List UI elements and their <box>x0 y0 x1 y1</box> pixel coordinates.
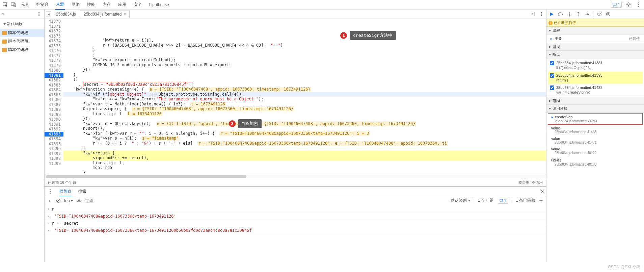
console-line[interactable]: ‹·'TSID=T10046047408&appid=16073360×tamp… <box>45 227 546 234</box>
file-item[interactable]: 脚本代码段 <box>0 29 44 37</box>
code-line[interactable]: Object.assign(e, { e = {TSID: 'T10046047… <box>63 106 546 112</box>
code-line[interactable]: "kw">var exports = createMethod(); <box>63 57 546 63</box>
bp-checkbox[interactable] <box>550 85 554 90</box>
breakpoint-item[interactable]: 25bd834.js:formatted:41393return { <box>548 72 643 84</box>
inspect-icon[interactable] <box>2 1 9 8</box>
nav-back-icon[interactable]: ◂ <box>46 11 51 17</box>
h-scrollbar[interactable] <box>45 174 546 179</box>
code-line[interactable]: md5: md5 <box>63 165 546 170</box>
issue-badge[interactable]: 1 <box>498 198 508 204</box>
stack-frame[interactable]: (匿名)25bd834.js:formatted:40183 <box>548 156 643 168</box>
more-icon[interactable] <box>538 11 545 18</box>
nav-fwd-icon[interactable]: ▸| <box>531 11 536 16</box>
file-item[interactable]: 脚本代码段 <box>0 46 44 54</box>
breakpoints-header[interactable]: 断点 <box>546 51 644 58</box>
step-icon[interactable] <box>584 11 590 18</box>
code-line[interactable]: ; <box>63 53 546 58</box>
bp-checkbox[interactable] <box>550 73 554 78</box>
svg-point-10 <box>578 15 579 16</box>
code-line[interactable]: "kw">return e = i[s], <box>63 38 546 43</box>
menu-icon[interactable] <box>47 188 53 195</box>
code-line[interactable]: } <box>63 146 546 151</box>
close-icon[interactable]: ✕ <box>541 189 544 194</box>
code-line[interactable]: "kw">throw "kw">new Error("The parameter… <box>63 97 546 102</box>
stack-frame[interactable]: value25bd834.js:formatted:41471 <box>548 135 643 146</box>
main-tab[interactable]: 安全 <box>133 0 142 9</box>
file-item[interactable]: 脚本代码段 <box>0 37 44 46</box>
code-line[interactable]: "kw">return { <box>63 151 546 156</box>
bp-checkbox[interactable] <box>550 61 554 65</box>
code-line[interactable]: "kw">var s = n[i]; s = "timestamp" <box>63 136 546 141</box>
threads-header[interactable]: 线程 <box>546 27 644 34</box>
code-line[interactable]: sign: md5(r += secret), <box>63 155 546 160</box>
main-tab[interactable]: 网络 <box>71 0 80 9</box>
new-snippet-button[interactable]: + 新代码段 <box>0 19 44 29</box>
code-line[interactable]: } <box>63 72 546 77</box>
code-line[interactable]: )) <box>63 77 546 82</box>
main-tab[interactable]: 应用 <box>117 0 127 9</box>
filter-input[interactable] <box>85 198 447 203</box>
messages-badge[interactable]: 1 <box>611 2 622 8</box>
menu-icon[interactable] <box>635 1 642 8</box>
code-line[interactable]: n.sort(); <box>63 126 546 131</box>
code-line[interactable]: timestamp: t, <box>63 160 546 166</box>
context-selector[interactable]: top ▾ <box>64 198 73 203</box>
step-out-icon[interactable] <box>575 11 582 18</box>
console-line[interactable]: ›r <box>45 206 546 213</box>
console-line[interactable]: ›r += secret <box>45 220 546 227</box>
tab-console[interactable]: 控制台 <box>59 187 72 196</box>
main-tab[interactable]: 内存 <box>102 0 111 9</box>
gear-icon[interactable] <box>539 198 543 203</box>
step-into-icon[interactable] <box>566 11 573 18</box>
tab-search[interactable]: 搜索 <box>78 187 87 196</box>
main-tab[interactable]: 元素 <box>20 0 30 9</box>
eye-icon[interactable] <box>76 199 82 202</box>
code-line[interactable]: r + (BASE64_ENCODE_CHAR[e >>> 2] + BASE6… <box>63 43 546 48</box>
console-line[interactable]: ‹·'TSID=T10046047408&appid=16073360×tamp… <box>45 213 546 220</box>
msg-count: 1 <box>618 2 620 7</box>
code-editor[interactable]: 4137041371413724137341374413754137641377… <box>45 19 546 174</box>
more-icon[interactable] <box>35 11 42 18</box>
main-tab[interactable]: 控制台 <box>36 0 49 9</box>
file-tab[interactable]: 25bd834.js <box>53 10 79 18</box>
expand-icon[interactable]: » <box>2 12 4 17</box>
gear-icon[interactable] <box>625 1 632 8</box>
svg-point-8 <box>559 15 560 16</box>
code-line[interactable]: "kw">if ("[object Object]" !== Object.pr… <box>63 92 546 97</box>
code-line[interactable]: "kw">function createSign(e) { e = {TSID:… <box>63 87 546 92</box>
clear-icon[interactable] <box>56 198 61 203</box>
main-tab[interactable]: Lighthouse <box>149 0 170 9</box>
step-over-icon[interactable] <box>557 11 564 18</box>
code-line[interactable]: }() <box>63 67 546 72</box>
code-line[interactable]: COMMON_JS ? module.exports = exports : r… <box>63 63 546 68</box>
main-tab[interactable]: 性能 <box>86 0 96 9</box>
code-line[interactable]: "kw">for ("kw">var r = "", i = 0; i < n.… <box>63 131 546 136</box>
code-line[interactable]: "kw">var n = Object.keys(e); n = (3) ['T… <box>63 121 546 126</box>
stack-frame[interactable]: value25bd834.js:formatted:41438 <box>548 125 643 135</box>
code-line[interactable]: timestamp: t t = 1673491126 <box>63 112 546 117</box>
debugger-pane: i已在断点暂停 线程 ▸主要已暂停 监视 断点 25bd834.js:forma… <box>546 9 644 262</box>
breakpoint-item[interactable]: 25bd834.js:formatted:41438var r = create… <box>548 84 643 96</box>
breakpoint-item[interactable]: 25bd834.js:formatted:41381if ("[object O… <box>548 59 643 72</box>
device-icon[interactable] <box>10 1 17 8</box>
sidebar-toggle-icon[interactable]: ▸ <box>47 198 53 203</box>
code-line[interactable]: } <box>63 48 546 53</box>
hidden-count[interactable]: 1 条已隐藏 <box>516 198 535 203</box>
callstack-header[interactable]: 调用堆栈 <box>546 105 644 113</box>
pause-exception-icon[interactable] <box>605 11 612 18</box>
level-selector[interactable]: 默认级别 ▾ <box>451 198 470 203</box>
code-line[interactable]: }); <box>63 116 546 121</box>
code-line[interactable]: "kw">var t = Math.floor(Date.now() / 1e3… <box>63 102 546 107</box>
thread-main[interactable]: ▸主要已暂停 <box>548 35 643 42</box>
main-tab[interactable]: 来源 <box>55 0 65 10</box>
resume-icon[interactable] <box>548 11 555 18</box>
stack-frame[interactable]: ▸createSign25bd834.js:formatted:41393 <box>548 113 643 125</box>
code-line[interactable]: r += (0 == i ? "" : "&") + s + "=" + e[s… <box>63 141 546 146</box>
deactivate-bp-icon[interactable] <box>596 11 603 18</box>
code-line[interactable]: , secret = "0b50b02fd0d73a9c4c8c3a781c30… <box>63 82 546 87</box>
code-line[interactable]: } <box>63 170 546 174</box>
scope-header[interactable]: 范围 <box>546 97 644 105</box>
stack-frame[interactable]: value25bd834.js:formatted:40122 <box>548 146 643 156</box>
watch-header[interactable]: 监视 <box>546 43 644 51</box>
file-tab[interactable]: 25bd834.js:formatted× <box>80 10 130 18</box>
